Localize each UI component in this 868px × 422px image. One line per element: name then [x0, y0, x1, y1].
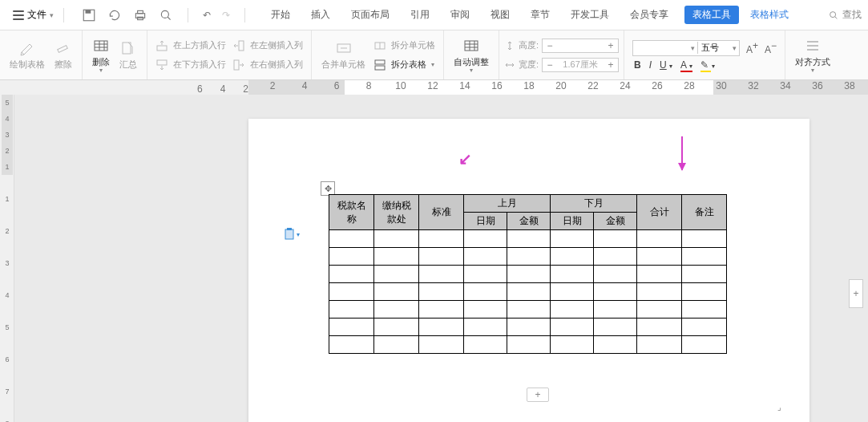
tab-member[interactable]: 会员专享	[628, 5, 670, 25]
refresh-icon[interactable]	[107, 8, 122, 22]
tab-insert[interactable]: 插入	[309, 5, 332, 25]
table-header[interactable]: 下月	[551, 195, 637, 213]
height-minus-button[interactable]: −	[543, 39, 557, 52]
underline-button[interactable]: U ▾	[660, 59, 672, 71]
summary-button[interactable]: 汇总	[115, 39, 142, 71]
ruler-tick: 14	[457, 80, 473, 95]
tab-layout[interactable]: 页面布局	[349, 5, 391, 25]
ruler-tick	[2, 367, 13, 383]
table-header[interactable]: 金额	[594, 213, 637, 230]
table-header[interactable]: 上月	[464, 195, 551, 213]
tab-start[interactable]: 开始	[269, 5, 292, 25]
width-plus-button[interactable]: +	[604, 59, 618, 71]
ruler-tick: 6	[197, 83, 203, 95]
table-header[interactable]: 日期	[551, 213, 594, 230]
insert-col-left-button[interactable]: 在左侧插入列	[229, 38, 306, 54]
data-table[interactable]: 税款名称 缴纳税款处 标准 上月 下月 合计 备注 日期 金额 日期 金额	[329, 194, 727, 354]
table-row[interactable]	[329, 301, 727, 319]
width-stepper[interactable]: − 1.67厘米 +	[542, 58, 619, 72]
svg-rect-16	[375, 60, 385, 64]
ribbon-tabs: 开始 插入 页面布局 引用 审阅 视图 章节 开发工具 会员专享	[269, 5, 670, 25]
preview-icon[interactable]	[159, 8, 173, 22]
table-header[interactable]: 税款名称	[329, 195, 374, 230]
redo-icon[interactable]: ↷	[222, 10, 230, 21]
grow-font-button[interactable]: A+	[746, 40, 758, 56]
insert-col-right-button[interactable]: 在右侧插入列	[229, 57, 306, 73]
save-icon[interactable]	[82, 8, 96, 22]
tab-review[interactable]: 审阅	[449, 5, 471, 25]
split-cell-button[interactable]: 拆分单元格	[370, 38, 438, 54]
add-row-button[interactable]: +	[527, 388, 549, 402]
file-menu[interactable]: 文件 ▾	[6, 5, 60, 25]
table-row[interactable]	[329, 248, 727, 266]
search-button[interactable]: 查找	[828, 8, 862, 22]
chevron-down-icon: ▾	[297, 231, 300, 238]
table-row[interactable]	[329, 336, 727, 354]
draw-table-button[interactable]: 绘制表格	[5, 39, 50, 71]
tab-view[interactable]: 视图	[489, 5, 511, 25]
tab-dev[interactable]: 开发工具	[569, 5, 611, 25]
table-row[interactable]	[329, 283, 727, 301]
search-icon	[828, 10, 839, 21]
table-resize-handle[interactable]: ⌟	[777, 403, 787, 412]
tab-chapter[interactable]: 章节	[529, 5, 551, 25]
width-minus-button[interactable]: −	[543, 59, 557, 71]
table-header[interactable]: 缴纳税款处	[374, 195, 419, 230]
font-name-select[interactable]: ▾ 五号 ▾	[632, 40, 740, 56]
table-row[interactable]	[329, 319, 727, 336]
group-delete: 删除 ▾ 汇总	[83, 30, 147, 79]
bold-button[interactable]: B	[634, 59, 641, 71]
table-row[interactable]	[329, 266, 727, 283]
table-header[interactable]: 金额	[507, 213, 551, 230]
svg-rect-3	[138, 10, 143, 13]
insert-row-below-button[interactable]: 在下方插入行	[152, 57, 229, 73]
table-header[interactable]: 备注	[682, 195, 727, 230]
ruler-tick: 4	[220, 83, 226, 95]
clipboard-icon	[284, 228, 295, 241]
table-header[interactable]: 标准	[419, 195, 464, 230]
ruler-tick	[633, 80, 649, 95]
ruler-tick: 10	[393, 80, 409, 95]
svg-rect-8	[95, 41, 107, 51]
chevron-down-icon: ▾	[99, 67, 103, 74]
ruler-tick: 2	[264, 80, 281, 95]
height-plus-button[interactable]: +	[604, 39, 618, 52]
font-color-button[interactable]: A ▾	[680, 59, 692, 71]
ruler-tick	[761, 80, 777, 95]
undo-icon[interactable]: ↶	[203, 10, 211, 21]
tab-table-tools[interactable]: 表格工具	[684, 6, 739, 24]
add-column-button[interactable]: +	[849, 279, 863, 308]
ruler-tick	[281, 80, 297, 95]
document-canvas[interactable]: ↙ ✥ ▾ 税款名称 缴纳税款处 标准 上月 下月 合计 备注 日期 金额 日期…	[14, 95, 868, 422]
highlight-button[interactable]: ✎ ▾	[700, 59, 714, 71]
svg-point-6	[830, 11, 836, 17]
eraser-button[interactable]: 擦除	[50, 39, 77, 71]
ruler-tick	[2, 303, 13, 319]
shrink-font-button[interactable]: A−	[765, 40, 777, 56]
table-row[interactable]	[329, 230, 727, 248]
autofit-button[interactable]: 自动调整 ▾	[449, 37, 494, 74]
width-value: 1.67厘米	[557, 59, 604, 71]
ruler-tick: 8	[2, 416, 13, 422]
ruler-tick	[665, 80, 681, 95]
table-header[interactable]: 日期	[464, 213, 507, 230]
svg-rect-13	[234, 60, 239, 70]
svg-point-5	[161, 10, 168, 18]
tab-ref[interactable]: 引用	[409, 5, 431, 25]
merge-cells-button[interactable]: 合并单元格	[317, 39, 370, 71]
split-table-button[interactable]: 拆分表格 ▾	[370, 57, 438, 73]
insert-row-above-button[interactable]: 在上方插入行	[152, 38, 229, 54]
italic-button[interactable]: I	[649, 59, 652, 71]
svg-rect-17	[375, 66, 385, 70]
height-stepper[interactable]: − +	[542, 39, 619, 53]
group-merge: 合并单元格 拆分单元格 拆分表格 ▾	[312, 30, 444, 79]
ruler-tick	[601, 80, 617, 95]
table-header[interactable]: 合计	[637, 195, 682, 230]
ruler-tick: 34	[777, 80, 793, 95]
print-icon[interactable]	[133, 8, 147, 22]
delete-button[interactable]: 删除 ▾	[87, 37, 115, 74]
paste-options-smarttag[interactable]: ▾	[284, 228, 300, 241]
ruler-tick	[2, 335, 13, 351]
tab-table-style[interactable]: 表格样式	[750, 8, 789, 22]
align-button[interactable]: 对齐方式 ▾	[790, 37, 835, 74]
